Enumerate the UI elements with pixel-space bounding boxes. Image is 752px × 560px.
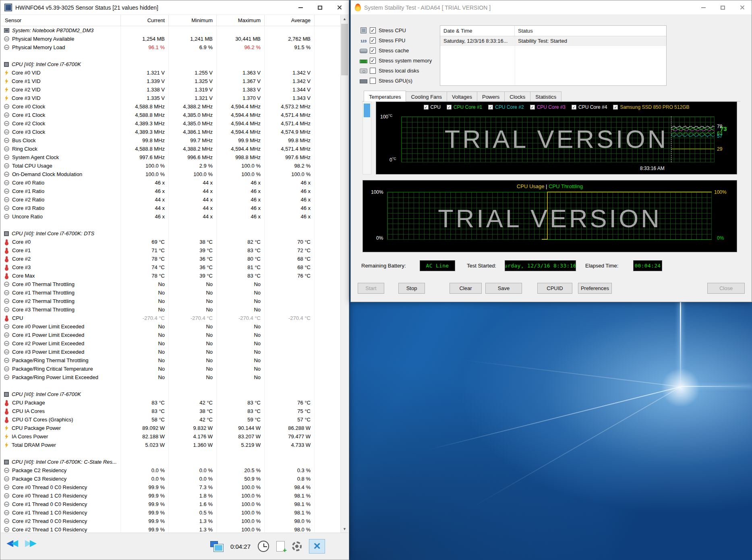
sensor-row[interactable]: Package C2 Residency0.0 %0.0 %20.5 %0.3 … — [1, 466, 341, 475]
column-header-current[interactable]: Current — [121, 15, 169, 26]
sensor-section-row[interactable]: CPU [#0]: Intel Core i7-6700K — [1, 390, 341, 398]
sensor-row[interactable]: Core #2 Clock4,389.3 MHz4,385.0 MHz4,594… — [1, 119, 341, 128]
minimize-button[interactable] — [291, 0, 310, 15]
sensor-row[interactable]: Core #0 Thermal ThrottlingNoNoNo — [1, 280, 341, 288]
history-forward-button[interactable]: ▶▶ — [25, 539, 35, 548]
sensor-row[interactable]: Core Max78 °C39 °C83 °C76 °C — [1, 272, 341, 280]
log-row[interactable]: Saturday, 12/3/16 8:33:16... Stability T… — [440, 36, 666, 46]
sensor-row[interactable]: Package/Ring Power Limit ExceededNoNoNo — [1, 373, 341, 382]
hwinfo-titlebar[interactable]: HWiNFO64 v5.39-3025 Sensor Status [21 va… — [0, 0, 349, 15]
column-header-sensor[interactable]: Sensor — [1, 15, 121, 26]
sensor-row[interactable]: Package/Ring Critical TemperatureNoNoNo — [1, 365, 341, 373]
sensor-row[interactable]: Core #0 Thread 1 C0 Residency99.9 %1.8 %… — [1, 492, 341, 500]
sensor-row[interactable]: Core #2 Thermal ThrottlingNoNoNo — [1, 297, 341, 305]
checkbox[interactable] — [370, 78, 376, 84]
sensor-row[interactable]: Core #2 Ratio44 x44 x46 x46 x — [1, 195, 341, 204]
sensor-row[interactable]: CPU IA Cores83 °C38 °C83 °C75 °C — [1, 407, 341, 415]
legend-checkbox[interactable]: ✓ — [530, 105, 535, 110]
sensor-row[interactable]: Package/Ring Thermal ThrottlingNoNoNo — [1, 356, 341, 365]
scroll-down-icon[interactable]: ▼ — [341, 525, 348, 533]
maximize-button[interactable] — [713, 0, 732, 15]
close-sensors-button[interactable]: × — [309, 539, 325, 554]
checkbox[interactable]: ✓ — [370, 48, 376, 54]
sensor-row[interactable]: Core #1 VID1.339 V1.325 V1.367 V1.342 V — [1, 77, 341, 85]
column-header-minimum[interactable]: Minimum — [169, 15, 217, 26]
report-icon[interactable] — [276, 541, 285, 552]
scrollbar-thumb[interactable] — [341, 24, 348, 75]
sensor-row[interactable]: Core #069 °C38 °C82 °C70 °C — [1, 238, 341, 246]
sensor-row[interactable]: Core #3 Thermal ThrottlingNoNoNo — [1, 305, 341, 314]
sensor-row[interactable]: Bus Clock99.8 MHz99.7 MHz99.9 MHz99.8 MH… — [1, 136, 341, 145]
legend-item[interactable]: ✓CPU Core #1 — [447, 104, 482, 110]
column-header-average[interactable]: Average — [265, 15, 315, 26]
sensor-row[interactable]: Physical Memory Load96.1 %6.9 %96.2 %91.… — [1, 43, 341, 52]
legend-item[interactable]: ✓CPU Core #4 — [572, 104, 607, 110]
sensor-row[interactable]: CPU GT Cores (Graphics)58 °C42 °C59 °C57… — [1, 415, 341, 424]
column-header-maximum[interactable]: Maximum — [217, 15, 265, 26]
sensor-row[interactable]: System Agent Clock997.6 MHz996.6 MHz998.… — [1, 153, 341, 162]
sensor-row[interactable]: Total CPU Usage100.0 %2.9 %100.0 %98.2 % — [1, 162, 341, 170]
sensor-row[interactable]: Core #1 Thread 1 C0 Residency99.9 %0.5 %… — [1, 508, 341, 517]
sensor-row[interactable]: On-Demand Clock Modulation100.0 %100.0 %… — [1, 170, 341, 178]
settings-gear-icon[interactable] — [292, 541, 302, 551]
sensor-row[interactable]: Core #171 °C39 °C83 °C72 °C — [1, 246, 341, 255]
tab-statistics[interactable]: Statistics — [530, 91, 561, 102]
checkbox[interactable]: ✓ — [370, 37, 376, 44]
legend-item[interactable]: ✓CPU Core #3 — [530, 104, 566, 110]
sensor-row[interactable]: Core #0 Thread 0 C0 Residency99.9 %7.3 %… — [1, 483, 341, 492]
stress-option-fpu[interactable]: ✓Stress FPU — [360, 35, 432, 46]
sensor-row[interactable]: Core #278 °C36 °C80 °C68 °C — [1, 255, 341, 263]
close-button[interactable] — [329, 0, 349, 15]
sensor-row[interactable]: Core #3 VID1.335 V1.321 V1.370 V1.343 V — [1, 94, 341, 102]
checkbox[interactable] — [370, 68, 376, 74]
legend-item[interactable]: ✓Samsung SSD 850 PRO 512GB — [613, 104, 689, 110]
stress-option-gpu[interactable]: Stress GPU(s) — [360, 76, 432, 86]
sensor-row[interactable]: Core #1 Thermal ThrottlingNoNoNo — [1, 288, 341, 297]
sensor-row[interactable]: Core #374 °C36 °C81 °C68 °C — [1, 263, 341, 272]
sensor-row[interactable]: Uncore Ratio46 x44 x46 x46 x — [1, 212, 341, 221]
sensor-row[interactable]: Package C3 Residency0.0 %0.0 %50.9 %0.8 … — [1, 475, 341, 483]
sensor-row[interactable]: Core #3 Power Limit ExceededNoNoNo — [1, 348, 341, 356]
legend-checkbox[interactable]: ✓ — [424, 105, 429, 110]
sensor-row[interactable]: Core #0 Clock4,588.8 MHz4,388.2 MHz4,594… — [1, 102, 341, 111]
minimize-button[interactable] — [694, 0, 713, 15]
sensor-row[interactable]: Core #2 Power Limit ExceededNoNoNo — [1, 339, 341, 348]
stress-option-cache[interactable]: ✓Stress cache — [360, 46, 432, 56]
sensor-row[interactable]: Ring Clock4,588.8 MHz4,388.2 MHz4,594.4 … — [1, 145, 341, 153]
sensor-row[interactable]: Core #2 Thread 1 C0 Residency99.9 %1.3 %… — [1, 525, 341, 533]
sensor-row[interactable]: Core #1 Power Limit ExceededNoNoNo — [1, 331, 341, 339]
tab-powers[interactable]: Powers — [477, 91, 505, 102]
close-button[interactable] — [732, 0, 752, 15]
start-button[interactable]: Start — [358, 283, 384, 294]
save-button[interactable]: Save — [485, 283, 522, 294]
sensor-row[interactable]: Core #2 VID1.338 V1.319 V1.383 V1.344 V — [1, 85, 341, 94]
sensor-row[interactable]: Core #3 Clock4,389.3 MHz4,386.1 MHz4,594… — [1, 128, 341, 136]
tab-voltages[interactable]: Voltages — [447, 91, 477, 102]
remote-monitoring-icon[interactable] — [210, 541, 223, 552]
sensor-row[interactable]: CPU Package Power89.092 W9.832 W90.144 W… — [1, 424, 341, 432]
log-col-datetime[interactable]: Date & Time — [440, 26, 515, 36]
stress-option-disks[interactable]: Stress local disks — [360, 66, 432, 76]
sensor-row[interactable]: Core #0 Power Limit ExceededNoNoNo — [1, 322, 341, 331]
legend-checkbox[interactable]: ✓ — [488, 105, 493, 110]
sensor-section-row[interactable]: System: Notebook P870DM2_DM3 — [1, 26, 341, 35]
clear-button[interactable]: Clear — [450, 283, 482, 294]
sensor-row[interactable]: Core #0 VID1.321 V1.255 V1.363 V1.342 V — [1, 68, 341, 77]
tab-cooling-fans[interactable]: Cooling Fans — [406, 91, 447, 102]
checkbox[interactable]: ✓ — [370, 58, 376, 64]
history-back-button[interactable]: ◀◀ — [6, 539, 16, 548]
sensor-row[interactable]: Core #3 Ratio44 x44 x46 x46 x — [1, 204, 341, 212]
cpuid-button[interactable]: CPUID — [537, 283, 572, 294]
close-button[interactable]: Close — [707, 283, 745, 294]
sensor-row[interactable]: CPU-270.4 °C-270.4 °C-270.4 °C-270.4 °C — [1, 314, 341, 322]
stop-button[interactable]: Stop — [398, 283, 425, 294]
sensor-row[interactable]: CPU Package83 °C42 °C83 °C76 °C — [1, 398, 341, 407]
graph-scrollbar-thumb[interactable] — [364, 104, 370, 117]
sensor-section-row[interactable]: CPU [#0]: Intel Core i7-6700K: DTS — [1, 229, 341, 238]
legend-item[interactable]: ✓CPU — [424, 104, 441, 110]
log-col-status[interactable]: Status — [515, 26, 666, 36]
aida-titlebar[interactable]: System Stability Test - AIDA64 [ TRIAL V… — [351, 0, 752, 15]
sensor-row[interactable]: Total DRAM Power5.023 W1.360 W5.219 W4.7… — [1, 441, 341, 449]
stress-option-cpu[interactable]: ✓Stress CPU — [360, 25, 432, 35]
tab-temperatures[interactable]: Temperatures — [364, 91, 406, 102]
